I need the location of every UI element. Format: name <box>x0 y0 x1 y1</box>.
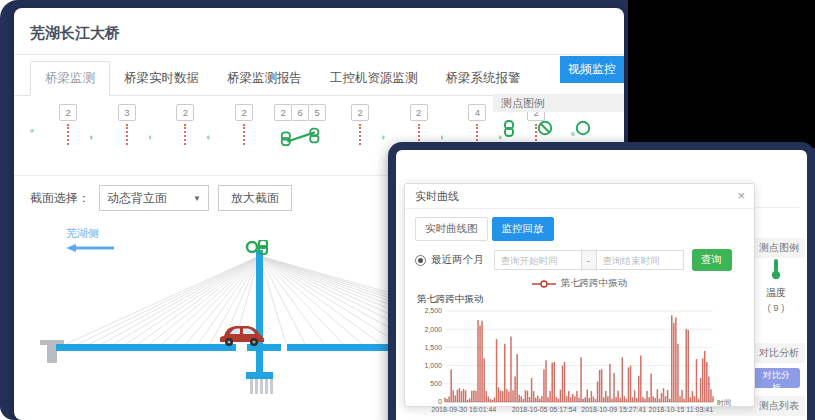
tab-bridge-realtime-data[interactable]: 桥梁实时数据 <box>110 62 213 95</box>
sensor-count-badge: 5 <box>308 104 326 121</box>
svg-text:0: 0 <box>438 398 442 405</box>
svg-text:2,500: 2,500 <box>424 307 442 314</box>
dialog-title: 实时曲线 <box>415 190 459 202</box>
query-end-time-input[interactable] <box>596 250 684 270</box>
dotted-marker <box>184 124 186 145</box>
chain-link-icon <box>503 120 515 137</box>
query-controls: 最近两个月 - 查询 <box>415 249 744 271</box>
sensor-count-badge: 2 <box>410 104 428 121</box>
desktop-background: 芜湖长江大桥 桥梁监测 桥梁实时数据 桥梁监测报告 工控机资源监测 桥梁系统报警… <box>0 0 815 420</box>
svg-text:2018-10-15 11:03:41: 2018-10-15 11:03:41 <box>649 406 714 413</box>
section-select[interactable]: 动态背立面 ▼ <box>99 185 209 211</box>
circle-icon <box>575 120 591 136</box>
sensor-count-badge: 3 <box>118 104 136 121</box>
deck-gap <box>236 343 247 352</box>
query-button[interactable]: 查询 <box>692 249 732 271</box>
bridge-tower <box>256 250 263 372</box>
black-region <box>628 0 815 148</box>
dotted-marker <box>126 124 128 145</box>
close-icon[interactable]: × <box>737 184 745 208</box>
popup-window: 测点图例 温度 ( 9 ) 对比分析 对比分析 测点列表 实时曲线 × <box>388 142 815 420</box>
prohibition-icon <box>537 120 553 136</box>
chain-link-icon[interactable] <box>90 129 93 146</box>
legend-panel-title: 测点图例 <box>493 94 624 112</box>
video-monitoring-button[interactable]: 视频监控 <box>560 56 624 83</box>
realtime-curve-dialog: 实时曲线 × 实时曲线图 监控回放 最近两个月 - 查询 <box>404 183 755 407</box>
dialog-header: 实时曲线 × <box>405 184 754 209</box>
legend-panel-icons <box>493 112 624 137</box>
tab-ipc-resource-monitoring[interactable]: 工控机资源监测 <box>316 62 432 95</box>
svg-text:2018-10-05 05:17:54: 2018-10-05 05:17:54 <box>512 406 577 413</box>
legend-label: 第七跨跨中振动 <box>561 277 628 290</box>
temperature-label: 温度 <box>753 286 799 300</box>
sensor-point[interactable]: 4 <box>468 104 486 145</box>
svg-text:1,500: 1,500 <box>424 344 442 351</box>
chart-title: 第七跨跨中振动 <box>417 293 744 306</box>
chevron-down-icon: ▼ <box>193 194 201 203</box>
sensor-count-badge: 2 <box>351 104 369 121</box>
query-start-time-input[interactable] <box>494 250 582 270</box>
tab-bridge-monitoring-report[interactable]: 桥梁监测报告 <box>213 62 316 95</box>
chain-link-icon[interactable] <box>382 129 385 146</box>
section-select-value: 动态背立面 <box>107 190 167 207</box>
page-title: 芜湖长江大桥 <box>14 8 624 55</box>
tab-monitoring-playback[interactable]: 监控回放 <box>492 217 554 241</box>
sensor-point[interactable]: 2 <box>176 104 194 145</box>
sensor-count-badge: 2 <box>59 104 77 121</box>
tab-bridge-monitoring[interactable]: 桥梁监测 <box>30 61 110 96</box>
svg-text:时间: 时间 <box>717 399 731 407</box>
dotted-marker <box>359 124 361 145</box>
left-pier <box>40 340 64 363</box>
temperature-legend-item[interactable]: 温度 ( 9 ) <box>753 258 799 313</box>
sensor-cluster[interactable]: 2 6 5 <box>275 104 326 147</box>
compare-analysis-button[interactable]: 对比分析 <box>753 368 800 388</box>
thermometer-icon <box>770 258 782 280</box>
svg-text:2018-09-30 16:01:44: 2018-09-30 16:01:44 <box>431 406 496 413</box>
svg-text:1,000: 1,000 <box>424 362 442 369</box>
svg-text:500: 500 <box>430 380 442 387</box>
cluster-badges: 2 6 5 <box>275 104 326 121</box>
side-label-text: 芜湖侧 <box>66 227 99 239</box>
clock-icon <box>30 121 34 140</box>
tab-bridge-system-alarm[interactable]: 桥梁系统报警 <box>432 62 535 95</box>
sensor-count-badge: 4 <box>468 104 486 121</box>
main-tab-bar: 桥梁监测 桥梁实时数据 桥梁监测报告 工控机资源监测 桥梁系统报警 视频监控 <box>14 63 624 96</box>
sensor-point[interactable]: 2 <box>235 104 253 145</box>
dialog-tab-bar: 实时曲线图 监控回放 <box>415 217 744 241</box>
svg-text:2018-10-09 15:27:41: 2018-10-09 15:27:41 <box>581 406 646 413</box>
sensor-count-badge: 2 <box>176 104 194 121</box>
divider <box>752 207 799 208</box>
section-select-label: 截面选择： <box>30 190 90 207</box>
chart-legend: 第七跨跨中振动 <box>415 277 744 290</box>
measure-point-legend-panel: 测点图例 <box>493 94 624 137</box>
sensor-point[interactable]: 2 <box>351 104 369 145</box>
dialog-body: 实时曲线图 监控回放 最近两个月 - 查询 <box>405 209 754 420</box>
twin-chain-lever-icon <box>278 125 324 147</box>
dotted-marker <box>67 124 69 145</box>
legend-marker-icon <box>532 280 556 288</box>
sensor-count-badge: 2 <box>235 104 253 121</box>
svg-text:2,000: 2,000 <box>424 326 442 333</box>
sensor-point[interactable]: 2 <box>410 104 428 145</box>
chain-link-icon[interactable] <box>207 129 210 146</box>
popup-window-content: 测点图例 温度 ( 9 ) 对比分析 对比分析 测点列表 实时曲线 × <box>396 150 807 420</box>
sensor-point[interactable]: 3 <box>118 104 136 145</box>
dotted-marker <box>243 124 245 145</box>
tower-piles <box>250 379 273 394</box>
chain-link-icon[interactable] <box>149 129 152 146</box>
date-range-separator: - <box>582 250 596 270</box>
last-two-months-label: 最近两个月 <box>431 253 484 267</box>
temperature-count: ( 9 ) <box>753 302 799 313</box>
enlarge-section-button[interactable]: 放大截面 <box>218 185 292 211</box>
sensor-count-badge: 2 <box>274 104 292 121</box>
tab-realtime-curve[interactable]: 实时曲线图 <box>415 217 488 241</box>
last-two-months-radio[interactable] <box>415 255 426 266</box>
vibration-chart: 05001,0001,5002,0002,5002018-09-30 16:01… <box>415 306 746 420</box>
tower-cap <box>246 372 273 379</box>
sensor-point[interactable]: 2 <box>59 104 77 145</box>
sensor-count-badge: 6 <box>291 104 309 121</box>
deck-gap <box>281 343 287 352</box>
